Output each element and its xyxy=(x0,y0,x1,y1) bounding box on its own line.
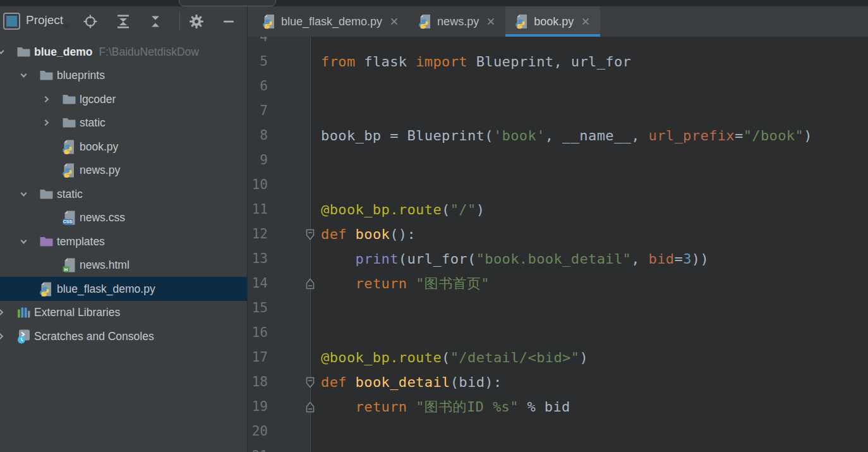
code-line-11: 11@book_bp.route("/") xyxy=(248,197,868,222)
code-text: @book_bp.route("/") xyxy=(321,197,485,222)
tree-item-label: book.py xyxy=(80,140,118,153)
css-file-icon: CSS xyxy=(62,211,76,225)
expand-all-icon[interactable] xyxy=(115,13,131,30)
code-line-8: 8book_bp = Blueprint('book', __name__, u… xyxy=(248,123,868,148)
window-top-strip xyxy=(0,0,868,6)
tree-item-path: F:\BaiduNetdiskDow xyxy=(99,45,199,58)
python-file-icon xyxy=(62,163,76,178)
chevron-right-icon[interactable] xyxy=(42,118,51,128)
project-panel-title[interactable]: Project xyxy=(26,13,63,27)
line-number: 19 xyxy=(248,394,268,419)
tab-news-py[interactable]: news.py xyxy=(409,6,505,37)
project-tool-window-icon[interactable] xyxy=(3,13,20,30)
folder-icon xyxy=(39,186,53,201)
line-number: 6 xyxy=(248,74,268,99)
code-text: @book_bp.route("/detail/<bid>") xyxy=(321,345,588,370)
caret-down-icon[interactable] xyxy=(63,20,70,32)
tree-item-external-libraries[interactable]: External Libraries xyxy=(0,301,247,325)
tree-item-news-html[interactable]: Hnews.html xyxy=(0,253,247,278)
line-number: 13 xyxy=(248,247,268,271)
project-tool-window: Project blue_demoF:\BaiduNetdiskDowbluep… xyxy=(0,6,247,452)
folder-icon xyxy=(62,92,76,106)
tree-item-label: Scratches and Consoles xyxy=(34,329,154,343)
fold-end-marker-icon[interactable] xyxy=(304,278,316,290)
fold-end-marker-icon[interactable] xyxy=(304,401,316,413)
gear-icon[interactable] xyxy=(188,13,205,30)
tree-item-lgcoder[interactable]: lgcoder xyxy=(0,87,247,111)
scratches-icon xyxy=(16,329,30,343)
tree-item-static[interactable]: static xyxy=(0,182,247,206)
tree-item-label: static xyxy=(80,116,105,130)
line-number: 7 xyxy=(248,99,268,123)
tree-item-blue-demo[interactable]: blue_demoF:\BaiduNetdiskDow xyxy=(0,40,247,64)
folder-templates-icon xyxy=(39,234,53,248)
close-icon[interactable] xyxy=(389,16,399,27)
svg-text:CSS: CSS xyxy=(63,220,73,224)
tab-book-py[interactable]: book.py xyxy=(505,6,600,37)
code-text: book_bp = Blueprint('book', __name__, ur… xyxy=(321,123,812,148)
chevron-down-icon[interactable] xyxy=(19,236,28,246)
close-icon[interactable] xyxy=(486,16,496,27)
folder-icon xyxy=(16,44,30,59)
tab-blue-flask-demo-py[interactable]: blue_flask_demo.py xyxy=(253,6,409,37)
code-line-13: 13 print(url_for("book.book_detail", bid… xyxy=(248,247,868,271)
python-file-icon xyxy=(262,14,275,29)
code-editor[interactable]: 45from flask import Blueprint, url_for67… xyxy=(248,37,868,452)
fold-start-marker-icon[interactable] xyxy=(304,376,316,388)
code-line-12: 12def book(): xyxy=(248,222,868,247)
code-text: return "图书首页" xyxy=(321,271,490,296)
line-number: 15 xyxy=(248,296,268,321)
tree-item-label: blueprints xyxy=(57,69,105,82)
pycharm-window: Project blue_demoF:\BaiduNetdiskDowbluep… xyxy=(0,0,868,452)
line-number: 8 xyxy=(248,123,268,148)
line-number: 11 xyxy=(248,197,268,222)
python-file-icon xyxy=(418,14,431,29)
chevron-right-icon[interactable] xyxy=(42,94,51,104)
code-line-14: 14 return "图书首页" xyxy=(248,271,868,296)
tree-item-label: templates xyxy=(57,235,105,248)
chevron-right-icon[interactable] xyxy=(0,331,6,341)
close-icon[interactable] xyxy=(581,16,591,27)
tree-item-news-py[interactable]: news.py xyxy=(0,159,247,183)
project-tree: blue_demoF:\BaiduNetdiskDowblueprintslgc… xyxy=(0,40,247,348)
tree-item-static[interactable]: static xyxy=(0,111,247,135)
tree-item-label: blue_demoF:\BaiduNetdiskDow xyxy=(34,45,199,58)
code-line-4: 4 xyxy=(248,37,868,49)
chevron-down-icon[interactable] xyxy=(0,47,6,56)
fold-start-marker-icon[interactable] xyxy=(304,228,316,240)
code-line-7: 7 xyxy=(248,99,868,123)
tree-item-label: news.html xyxy=(80,259,130,272)
editor-tab-bar: blue_flask_demo.pynews.pybook.py xyxy=(248,6,868,37)
html-file-icon: H xyxy=(62,258,76,272)
toolbar-separator xyxy=(179,12,180,31)
tree-item-label: lgcoder xyxy=(80,92,116,106)
tree-item-scratches-and-consoles[interactable]: Scratches and Consoles xyxy=(0,324,247,348)
tree-item-label: news.py xyxy=(80,164,120,177)
code-text: from flask import Blueprint, url_for xyxy=(321,49,631,74)
tab-label: book.py xyxy=(534,15,574,28)
line-number: 10 xyxy=(248,173,268,197)
chevron-down-icon[interactable] xyxy=(19,189,28,199)
collapse-all-icon[interactable] xyxy=(147,13,164,30)
code-text: print(url_for("book.book_detail", bid=3)… xyxy=(321,247,709,271)
chevron-down-icon[interactable] xyxy=(19,71,28,80)
tree-item-blue-flask-demo-py[interactable]: blue_flask_demo.py xyxy=(0,277,247,301)
folder-icon xyxy=(39,68,53,83)
tree-item-news-css[interactable]: CSSnews.css xyxy=(0,206,247,230)
editor-pane: blue_flask_demo.pynews.pybook.py 45from … xyxy=(248,6,868,452)
locate-icon[interactable] xyxy=(82,13,99,30)
chevron-right-icon[interactable] xyxy=(0,308,6,317)
code-line-10: 10 xyxy=(248,173,868,197)
line-number: 18 xyxy=(248,370,268,394)
tree-item-blueprints[interactable]: blueprints xyxy=(0,64,247,88)
popup-fragment xyxy=(179,0,276,6)
hide-panel-icon[interactable] xyxy=(220,13,237,30)
tree-item-book-py[interactable]: book.py xyxy=(0,135,247,159)
external-libs-icon xyxy=(16,305,30,320)
line-number: 16 xyxy=(248,321,268,345)
code-line-18: 18def book_detail(bid): xyxy=(248,370,868,394)
python-file-icon xyxy=(39,281,53,296)
code-line-15: 15 xyxy=(248,296,868,321)
tree-item-templates[interactable]: templates xyxy=(0,229,247,253)
line-number: 9 xyxy=(248,148,268,173)
